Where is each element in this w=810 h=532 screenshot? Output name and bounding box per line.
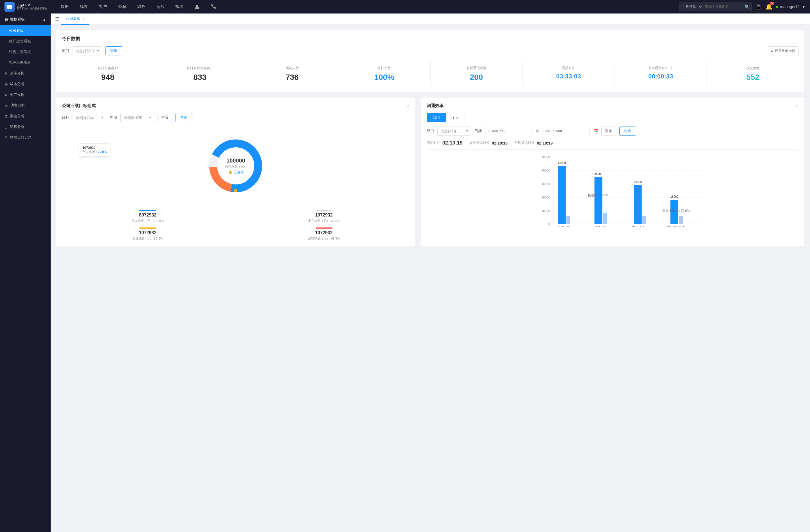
user-dropdown-icon: ▼ <box>801 4 806 9</box>
svg-point-3 <box>196 5 198 7</box>
comm-date-to[interactable] <box>542 127 590 135</box>
bar-connect-main <box>594 177 602 224</box>
funnel-icon: ⊽ <box>4 71 7 76</box>
nav-item-phone-icon[interactable] <box>205 0 222 14</box>
svg-text:18000: 18000 <box>670 195 678 198</box>
mobile-icon[interactable]: 📱 <box>755 3 762 10</box>
goal-stat-1: 1072932 未完成量（元）| 20.9% <box>238 210 409 223</box>
search-input[interactable] <box>703 5 742 9</box>
sidebar-item-promo-analysis[interactable]: ◈ 推广分析 <box>0 89 51 100</box>
calendar-icon[interactable]: 📅 <box>593 129 598 133</box>
comm-date-label: 日期 <box>474 129 482 134</box>
nav-item-finance[interactable]: 财务 <box>132 0 151 14</box>
stat-value-4: 200 <box>433 73 520 82</box>
goal-stat-2: 1072932 应完成量（元）| 8.9% <box>62 228 233 241</box>
sidebar-item-data-flow[interactable]: ⊟ 数据流转记录 <box>0 132 51 143</box>
nav-item-data[interactable]: 数据 <box>55 0 74 14</box>
sidebar-item-channel[interactable]: ⊗ 渠道分析 <box>0 111 51 121</box>
tab-label: 公司看板 <box>66 16 80 21</box>
sidebar-item-cost[interactable]: ◎ 成本分析 <box>0 79 51 89</box>
search-button[interactable]: 🔍 <box>742 4 751 9</box>
user-area[interactable]: manager11 ▼ <box>776 4 806 9</box>
sidebar-item-manager-board[interactable]: 客户经理看板 <box>0 57 51 68</box>
goal-stat-value-3: 1072932 <box>238 230 409 235</box>
sidebar-section-dashboard[interactable]: ▦ 数据看板 ▲ <box>0 14 51 25</box>
bar-connect-gray <box>603 213 607 224</box>
comm-dept-label: 部门 <box>427 129 434 134</box>
stat-item-3: 拨打次数 100% <box>338 61 431 86</box>
comm-reset-button[interactable]: 重置 <box>601 127 616 135</box>
sidebar-item-promo-board[interactable]: 推广主管看板 <box>0 36 51 47</box>
stat-item-6: 平均通话时长 ⓘ 00:00:33 <box>615 61 707 86</box>
comm-date-from[interactable] <box>485 127 532 135</box>
visitor-icon: ☺ <box>4 103 8 108</box>
comm-expand-icon[interactable]: ⤢ <box>795 104 799 108</box>
sidebar-item-sales-analysis[interactable]: ◻ 销售分析 <box>0 121 51 132</box>
svg-text:10000: 10000 <box>541 209 550 213</box>
svg-point-1 <box>6 5 10 8</box>
stat-value-5: 03:33:03 <box>525 73 612 80</box>
notification-icon[interactable]: 🔔 5 <box>765 3 773 10</box>
search-filter-select[interactable]: 手机号码 <box>679 3 703 11</box>
nav-item-public[interactable]: 公海 <box>113 0 132 14</box>
time-label-1: 有效通话时长 <box>469 140 490 145</box>
stat-label-6: 平均通话时长 ⓘ <box>617 66 704 70</box>
time-group-0: 通话时长 02:10:19 <box>427 140 463 146</box>
sidebar-item-sales-board[interactable]: 销售主管看板 <box>0 47 51 57</box>
goal-query-button[interactable]: 查询 <box>176 113 192 122</box>
svg-text:有效接通率：70.9%: 有效接通率：70.9% <box>662 209 690 212</box>
sidebar-item-visitor[interactable]: ☺ 访客分析 <box>0 100 51 111</box>
stat-label-4: 有效通话次数 <box>433 66 520 70</box>
goal-stat-value-1: 1072932 <box>238 213 409 218</box>
goal-target-select[interactable]: 请选择目标 <box>72 113 106 122</box>
comm-dept-select[interactable]: 请选择部门 <box>437 127 471 135</box>
top-navigation: 云朵CRM 教育机构一站式服务云平台 数据 线索 客户 公海 财务 运营 报名 … <box>0 0 810 14</box>
comm-query-button[interactable]: 查询 <box>619 127 636 135</box>
svg-text:接通率：70.9%: 接通率：70.9% <box>588 194 609 197</box>
comm-tab-person[interactable]: 个人 <box>446 113 465 122</box>
stat-item-2: 回访人数 736 <box>246 61 338 86</box>
nav-item-operations[interactable]: 运营 <box>151 0 170 14</box>
goal-reset-button[interactable]: 重置 <box>158 113 172 122</box>
stat-label-1: 今日有效首咨客户 <box>156 66 244 70</box>
today-query-button[interactable]: 查询 <box>106 46 122 55</box>
tab-close-icon[interactable]: ✕ <box>82 17 85 21</box>
goal-period-select[interactable]: 请选择周期 <box>120 113 154 122</box>
logo-text: 云朵CRM 教育机构一站式服务云平台 <box>17 3 47 11</box>
stat-label-0: 今日首咨客户 <box>64 66 151 70</box>
nav-item-leads[interactable]: 线索 <box>74 0 93 14</box>
bar-chart-svg: 50000 40000 30000 20000 10000 0 <box>441 154 799 227</box>
search-box[interactable]: 手机号码 🔍 <box>679 2 752 11</box>
goal-stat-0: 8972932 已完成量（元）| 70.9% <box>62 210 233 223</box>
stat-value-0: 948 <box>64 73 151 82</box>
svg-text:35000: 35000 <box>594 172 602 176</box>
goal-expand-icon[interactable]: ⤢ <box>406 104 410 108</box>
username: manager11 <box>780 4 800 9</box>
stat-item-1: 今日有效首咨客户 833 <box>154 61 246 86</box>
bar-effconnect-gray <box>679 216 683 224</box>
sidebar-toggle-button[interactable]: ☰ <box>55 16 59 22</box>
nav-item-customers[interactable]: 客户 <box>93 0 113 14</box>
stat-value-1: 833 <box>156 73 244 82</box>
donut-tooltip: 1072932 所占比例：70.9% <box>79 144 110 156</box>
stat-value-7: 552 <box>709 73 796 82</box>
sidebar-item-company-board[interactable]: 公司看板 <box>0 25 51 36</box>
comm-tab-dept[interactable]: 部门 <box>427 113 446 122</box>
nav-item-signup[interactable]: 报名 <box>170 0 189 14</box>
sidebar-item-funnel[interactable]: ⊽ 漏斗分析 <box>0 68 51 79</box>
dept-filter-select[interactable]: 请选择部门 <box>72 46 102 55</box>
main-layout: ▦ 数据看板 ▲ 公司看板 推广主管看板 销售主管看板 客户经理看板 ⊽ 漏斗分… <box>0 14 810 532</box>
tab-company-board[interactable]: 公司看板 ✕ <box>61 14 90 25</box>
nav-item-profile-icon[interactable] <box>189 0 205 14</box>
today-data-title: 今日数据 <box>62 36 799 42</box>
comm-chart-card: 沟通效率 ⤢ 部门 个人 部门 请选择部门 日期 至 <box>421 98 804 246</box>
goal-stats: 8972932 已完成量（元）| 70.9% 1072932 未完成量（元）| … <box>62 210 410 241</box>
goal-stat-label-0: 已完成量（元）| 70.9% <box>62 219 233 223</box>
sidebar-section-label-dashboard: 数据看板 <box>10 17 25 22</box>
donut-area: 1072932 所占比例：70.9% <box>62 127 410 205</box>
svg-text:有效通话: 有效通话 <box>632 226 644 227</box>
goal-stat-value-2: 1072932 <box>62 230 233 235</box>
tab-bar: ☰ 公司看板 ✕ <box>51 14 810 25</box>
comm-time-row: 通话时长 02:10:19 有效通话时长 02:10:19 平均通话时长 02:… <box>427 140 799 150</box>
settings-display-button[interactable]: ⚙ 设置显示指标 <box>767 46 799 55</box>
